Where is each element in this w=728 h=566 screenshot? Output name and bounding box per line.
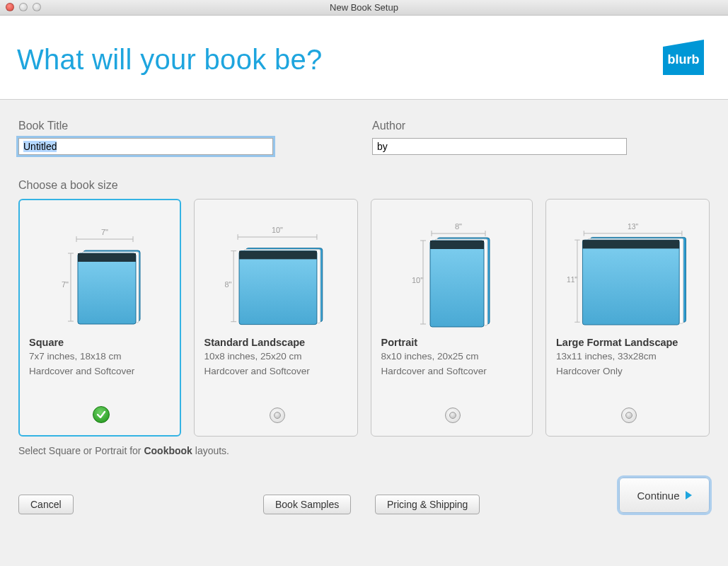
svg-rect-48 [582,240,679,325]
svg-text:8": 8" [224,280,231,289]
svg-text:10": 10" [412,276,423,284]
size-name: Standard Landscape [204,337,350,348]
radio-icon [445,408,461,423]
selected-check-icon [93,406,110,423]
size-name: Portrait [381,337,526,348]
size-option-portrait[interactable]: 8" 10" Portrait 8x10 inches, 20x25 cm Ha… [371,199,533,437]
book-title-label: Book Title [18,120,273,132]
size-dims: 8x10 inches, 20x25 cm [381,350,526,363]
svg-text:blurb: blurb [668,52,700,67]
minimize-window-button[interactable] [19,3,28,11]
header: What will your book be? blurb [0,16,728,100]
svg-rect-13 [78,253,136,262]
book-icon: 8" 10" [381,209,526,330]
size-name: Large Format Landscape [556,337,702,348]
size-cover: Hardcover and Softcover [29,365,173,378]
continue-arrow-icon [686,491,692,499]
size-option-standard-landscape[interactable]: 10" 8" Standard Landscape 10x8 inches, 2… [194,199,358,437]
svg-rect-36 [430,241,484,327]
svg-rect-37 [430,241,484,249]
choose-size-label: Choose a book size [18,179,710,192]
svg-rect-25 [239,251,317,260]
headline: What will your book be? [17,44,323,76]
svg-rect-12 [78,253,136,324]
size-option-square[interactable]: 7" 7" Square 7x7 inches, 18x18 [18,199,181,437]
radio-icon [270,408,285,423]
size-dims: 10x8 inches, 25x20 cm [204,350,350,363]
svg-text:7": 7" [62,280,69,289]
book-title-input[interactable] [18,138,273,155]
size-name: Square [29,337,173,348]
close-window-button[interactable] [6,3,14,11]
book-icon: 13" 11" [556,209,702,330]
svg-text:11": 11" [567,276,577,284]
cookbook-hint: Select Square or Portrait for Cookbook l… [18,445,710,456]
continue-label: Continue [637,490,679,502]
pricing-shipping-button[interactable]: Pricing & Shipping [375,495,480,514]
radio-icon [621,408,637,423]
size-cover: Hardcover and Softcover [381,365,526,378]
svg-rect-49 [582,240,679,248]
size-dims: 13x11 inches, 33x28cm [556,350,702,363]
size-options: 7" 7" Square 7x7 inches, 18x18 [18,199,710,437]
svg-rect-24 [239,251,317,325]
size-cover: Hardcover Only [556,365,702,378]
author-label: Author [372,120,627,132]
cancel-button[interactable]: Cancel [18,495,74,514]
titlebar: New Book Setup [0,0,728,16]
continue-button[interactable]: Continue [619,478,710,513]
book-icon: 10" 8" [204,209,350,330]
svg-text:13": 13" [628,223,638,231]
brand-logo: blurb [660,40,707,79]
window-title: New Book Setup [330,2,398,13]
size-option-large-landscape[interactable]: 13" 11" Large Format Landscape 13x11 inc… [545,199,710,437]
svg-text:10": 10" [272,226,283,234]
svg-text:8": 8" [455,222,462,231]
size-dims: 7x7 inches, 18x18 cm [29,350,173,363]
book-icon: 7" 7" [29,209,173,330]
zoom-window-button[interactable] [33,3,41,11]
size-cover: Hardcover and Softcover [204,365,350,378]
author-input[interactable] [372,138,627,155]
svg-text:7": 7" [101,228,108,236]
book-samples-button[interactable]: Book Samples [263,495,351,514]
